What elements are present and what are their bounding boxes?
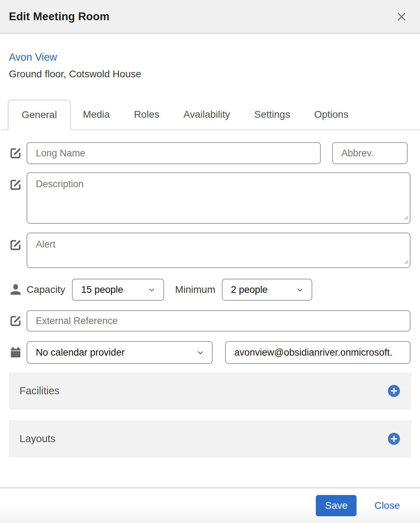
tab-roles[interactable]: Roles [122,100,172,129]
facilities-label: Facilities [19,385,60,397]
save-button[interactable]: Save [316,495,357,516]
edit-icon [9,146,27,160]
tab-general[interactable]: General [8,100,71,130]
tab-availability-label: Availability [183,109,230,120]
dialog-footer: Save Close [0,488,420,523]
external-reference-row [9,310,410,332]
minimum-label: Minimum [175,284,215,295]
tab-roles-label: Roles [134,109,159,120]
long-name-input[interactable] [27,142,321,164]
capacity-select[interactable]: 15 people [72,279,164,301]
calendar-email-input[interactable] [225,341,410,364]
description-row [9,172,410,224]
external-reference-input[interactable] [27,310,410,332]
plus-circle-icon [387,432,401,445]
dialog-title: Edit Meeting Room [9,10,110,23]
close-icon[interactable] [394,9,409,24]
capacity-row: Capacity 15 people Minimum 2 people [9,279,410,301]
resize-handle-icon[interactable] [404,215,409,221]
add-layout-button[interactable] [387,432,401,445]
capacity-value: 15 people [81,284,123,295]
edit-icon [9,314,27,328]
tab-settings[interactable]: Settings [242,100,302,129]
tab-general-label: General [22,109,57,121]
minimum-select[interactable]: 2 people [222,279,312,301]
facilities-section: Facilities [9,372,411,410]
add-facility-button[interactable] [387,384,401,397]
plus-circle-icon [387,384,401,397]
abbrev-input[interactable] [332,142,408,164]
chevron-down-icon [146,284,157,295]
tab-options[interactable]: Options [302,100,360,129]
resize-handle-icon[interactable] [404,259,409,266]
calendar-icon [9,346,27,359]
alert-row [9,233,410,268]
layouts-section: Layouts [9,420,411,457]
calendar-provider-row: No calendar provider [9,341,410,364]
calendar-provider-select[interactable]: No calendar provider [27,341,213,364]
layouts-label: Layouts [19,433,56,445]
chevron-down-icon [195,347,206,358]
chevron-down-icon [295,284,305,295]
alert-field-wrap [27,233,410,268]
edit-icon [9,238,27,252]
tab-availability[interactable]: Availability [171,100,242,129]
close-button[interactable]: Close [374,500,400,511]
capacity-label: Capacity [27,284,65,295]
room-location: Ground floor, Cotswold House [9,68,411,80]
dialog-header: Edit Meeting Room [0,0,420,34]
person-icon [9,283,27,296]
tab-options-label: Options [314,109,348,120]
long-name-row [9,142,410,164]
room-name-link[interactable]: Avon View [9,51,57,63]
tab-media-label: Media [83,109,110,120]
description-textarea[interactable] [27,172,410,224]
edit-icon [9,178,27,191]
edit-meeting-room-dialog: Edit Meeting Room Avon View Ground floor… [0,0,420,523]
minimum-value: 2 people [231,284,268,295]
description-field-wrap [27,172,410,224]
tab-settings-label: Settings [254,109,290,120]
calendar-provider-value: No calendar provider [36,347,125,358]
tab-media[interactable]: Media [71,100,122,129]
alert-textarea[interactable] [27,233,410,268]
tab-bar: General Media Roles Availability Setting… [0,100,420,130]
